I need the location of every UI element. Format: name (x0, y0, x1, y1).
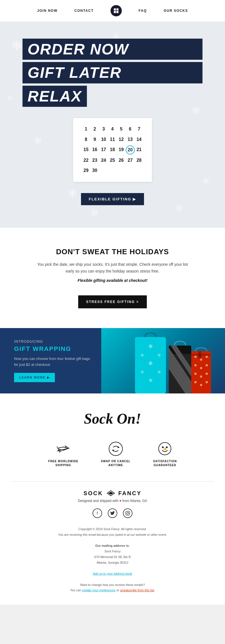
calendar-day: 9 (90, 135, 99, 144)
calendar-day: 1 (82, 125, 90, 133)
sock-on-title: Sock On! (11, 410, 214, 427)
calendar-day: 19 (117, 145, 125, 154)
calendar-day: 22 (82, 156, 90, 165)
gift-bags-illustration: ❄ ❄ ❄ ❄ ❄ ❄ ❄ (101, 331, 225, 393)
unsubscribe-link[interactable]: unsubscribe from this list (120, 588, 154, 592)
gift-body1: You pick the date, we ship your socks. I… (34, 261, 191, 275)
navigation: JOIN NOW CONTACT FAQ OUR SOCKS (0, 0, 225, 22)
brand-name-2: FANCY (118, 490, 142, 497)
add-address-link[interactable]: Add us to your address book (93, 572, 132, 575)
hero-title-block: ORDER NOW GIFT LATER RELAX (22, 39, 202, 107)
svg-point-29 (206, 364, 208, 366)
calendar-day: 17 (99, 145, 108, 154)
wrapping-section: INTRODUCING GIFT WRAPPING Now you can ch… (0, 328, 225, 393)
svg-point-27 (194, 364, 197, 366)
svg-rect-37 (191, 354, 211, 356)
feature-guarantee: 👍 SATISFACTIONGUARANTEED (153, 441, 177, 467)
svg-point-35 (206, 381, 208, 383)
hero-title-line-2: GIFT LATER (22, 62, 202, 83)
wrapping-title: GIFT WRAPPING (14, 345, 93, 353)
calendar-day: 20 (126, 145, 135, 154)
svg-point-32 (206, 373, 208, 375)
gift-section: DON'T SWEAT THE HOLIDAYS You pick the da… (0, 228, 225, 328)
svg-text:👍: 👍 (163, 447, 167, 450)
gift-body2: Flexible gifting available at checkout! (34, 277, 191, 284)
wrapping-intro: INTRODUCING (14, 339, 93, 344)
calendar-day: 28 (135, 156, 143, 165)
svg-point-28 (200, 367, 202, 369)
calendar-day: 24 (99, 156, 108, 165)
nav-faq[interactable]: FAQ (139, 9, 147, 13)
svg-point-48 (127, 512, 129, 514)
hero-title-line-1: ORDER NOW (22, 39, 202, 60)
svg-point-34 (200, 384, 202, 386)
svg-text:❄: ❄ (148, 378, 153, 383)
calendar-card: 1234567891011121314151617181920212223242… (73, 118, 152, 182)
copyright-text: Copyright © 2019 Sock Fancy. All rights … (78, 527, 147, 531)
mailing-label: Our mailing address is: (95, 544, 130, 547)
facebook-icon[interactable]: f (93, 508, 102, 518)
you-can-text: You can (70, 588, 81, 592)
svg-rect-47 (126, 511, 130, 515)
footer-top-section: Sock On! FREE WORLDWIDESHIPPING (0, 393, 225, 605)
address-line2: Atlanta, Georgia 30312 (11, 560, 214, 566)
nav-logo[interactable] (111, 5, 122, 16)
twitter-icon[interactable] (108, 508, 117, 518)
svg-point-38 (109, 442, 122, 455)
svg-text:❄: ❄ (140, 353, 144, 358)
calendar-day: 29 (82, 166, 90, 175)
change-text: Want to change how you receive these ema… (11, 582, 214, 588)
svg-text:❄: ❄ (148, 343, 153, 349)
wrapping-image: ❄ ❄ ❄ ❄ ❄ ❄ ❄ (101, 328, 225, 393)
address-line1: 670 Memorial Dr SE Ste B (11, 554, 214, 560)
feature-guarantee-label: SATISFACTIONGUARANTEED (153, 459, 177, 467)
divider (11, 481, 214, 482)
svg-rect-3 (116, 11, 118, 13)
svg-point-30 (194, 373, 197, 375)
calendar-day: 14 (135, 135, 143, 144)
flexible-gifting-button[interactable]: FLEXIBLE GIFTING ▶ (81, 193, 144, 205)
calendar-day: 6 (126, 125, 135, 133)
smile-icon: 👍 (157, 441, 173, 457)
svg-text:❄: ❄ (157, 370, 161, 375)
brand-name-1: SOCK (84, 490, 103, 497)
social-row: f (11, 508, 214, 518)
svg-point-24 (194, 356, 197, 358)
logo-icon (113, 8, 119, 14)
nav-contact[interactable]: CONTACT (75, 9, 94, 13)
calendar-day: 2 (90, 125, 99, 133)
svg-point-26 (206, 356, 208, 358)
instagram-icon[interactable] (123, 508, 132, 518)
svg-rect-0 (114, 8, 116, 10)
hero-section: ❄ ❄ ❄ ❄ ❄ ❄ ❄ ❄ ❄ ❄ ❄ ❄ ORDER NOW GIFT L… (0, 22, 225, 228)
feature-swap: SWAP OR CANCELANYTIME (101, 441, 131, 467)
hero-cta-wrapper: FLEXIBLE GIFTING ▶ (22, 193, 202, 205)
svg-rect-1 (116, 8, 118, 10)
company-name: Sock Fancy (11, 549, 214, 554)
calendar-day: 16 (90, 145, 99, 154)
svg-point-49 (129, 512, 129, 512)
or-text: or (116, 588, 119, 592)
footer-icons-row: FREE WORLDWIDESHIPPING SWAP OR CANCELANY… (11, 441, 214, 467)
feature-shipping-label: FREE WORLDWIDESHIPPING (48, 459, 78, 467)
nav-our-socks[interactable]: OUR SOCKS (164, 9, 188, 13)
calendar-day: 25 (108, 156, 117, 165)
calendar-day: 8 (82, 135, 90, 144)
calendar-day: 13 (126, 135, 135, 144)
wrapping-description: Now you can choose from four festive gif… (14, 356, 93, 368)
calendar-day: 5 (117, 125, 125, 133)
calendar-day: 11 (108, 135, 117, 144)
feature-shipping: FREE WORLDWIDESHIPPING (48, 441, 78, 467)
calendar-day: 18 (108, 145, 117, 154)
brand-diamond-icon (107, 490, 115, 496)
update-preferences-link[interactable]: update your preferences (82, 588, 116, 592)
stress-free-gifting-button[interactable]: STRESS FREE GIFTING > (78, 295, 147, 308)
footer-legal: Copyright © 2019 Sock Fancy. All rights … (11, 526, 214, 594)
feature-swap-label: SWAP OR CANCELANYTIME (101, 459, 131, 467)
calendar-day: 30 (90, 166, 99, 175)
calendar-day: 7 (135, 125, 143, 133)
hero-title-line-3: RELAX (22, 86, 87, 107)
learn-more-button[interactable]: LEARN MORE ▶ (14, 373, 55, 382)
nav-join-now[interactable]: JOIN NOW (37, 9, 58, 13)
opt-in-text: You are receiving this email because you… (58, 533, 167, 536)
